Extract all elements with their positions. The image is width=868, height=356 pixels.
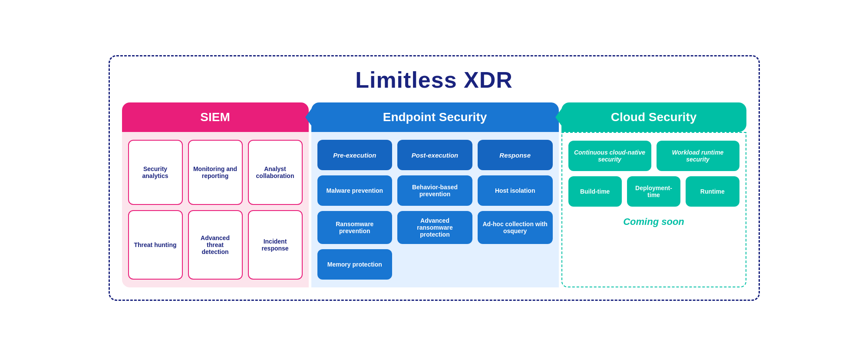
cloud-card-build-time: Build-time [568,176,622,207]
siem-card-advanced-threat: Advanced threat detection [188,210,243,280]
cloud-card-runtime: Runtime [686,176,739,207]
ep-card-ransomware-prevention: Ransomware prevention [317,211,393,244]
siem-body: Security analytics Monitoring and report… [122,132,309,287]
cloud-card-continuous: Continuous cloud-native security [568,141,651,171]
page-title: Limitless XDR [122,67,746,93]
coming-soon-label: Coming soon [568,212,739,229]
endpoint-body: Pre-execution Post-execution Response Ma… [311,132,559,287]
ep-card-advanced-ransomware: Advanced ransomware protection [397,211,472,244]
sections-layout: SIEM Security analytics Monitoring and r… [122,102,746,287]
siem-banner: SIEM [122,102,309,132]
outer-container: Limitless XDR SIEM Security analytics Mo… [109,55,760,301]
cloud-card-deployment-time: Deployment-time [627,176,680,207]
siem-card-analyst-collab: Analyst collaboration [248,140,303,205]
cloud-card-workload: Workload runtime security [657,141,739,171]
ep-header-response: Response [478,140,553,170]
cloud-body: Continuous cloud-native security Workloa… [561,132,746,287]
ep-header-pre: Pre-execution [317,140,393,170]
ep-card-malware-prevention: Malware prevention [317,175,393,206]
endpoint-section: Endpoint Security Pre-execution Post-exe… [311,102,559,287]
cloud-bottom-row: Build-time Deployment-time Runtime [568,176,739,207]
cloud-top-row: Continuous cloud-native security Workloa… [568,141,739,171]
siem-card-security-analytics: Security analytics [128,140,183,205]
siem-card-incident-response: Incident response [248,210,303,280]
siem-section: SIEM Security analytics Monitoring and r… [122,102,309,287]
ep-card-memory-protection: Memory protection [317,249,393,280]
cloud-section: Cloud Security Continuous cloud-native s… [561,102,746,287]
siem-card-threat-hunting: Threat hunting [128,210,183,280]
cloud-banner: Cloud Security [561,102,746,132]
ep-card-adhoc-collection: Ad-hoc collection with osquery [478,211,553,244]
ep-card-behavior-prevention: Behavior-based prevention [397,175,472,206]
ep-header-post: Post-execution [397,140,472,170]
endpoint-banner: Endpoint Security [311,102,559,132]
siem-card-monitoring: Monitoring and reporting [188,140,243,205]
ep-card-host-isolation: Host isolation [478,175,553,206]
